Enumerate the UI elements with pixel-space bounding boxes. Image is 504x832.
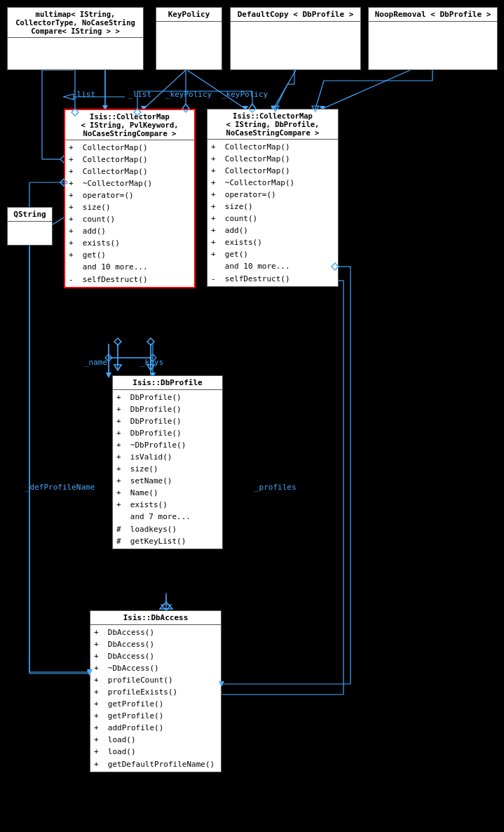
dbprofile-box: Isis::DbProfile + DbProfile() + DbProfil… [112, 375, 223, 549]
dbaccess-box: Isis::DbAccess + DbAccess() + DbAccess()… [90, 610, 222, 772]
qstring-body [8, 222, 52, 224]
noopremoval-body [369, 22, 497, 25]
defaultcopy-title: DefaultCopy < DbProfile > [231, 8, 360, 22]
collectormap1-body: + CollectorMap() + CollectorMap() + Coll… [65, 140, 194, 287]
defaultcopy-body [231, 22, 360, 25]
svg-line-57 [315, 81, 324, 109]
keypolicy-body [156, 22, 222, 25]
dbprofile-body: + DbProfile() + DbProfile() + DbProfile(… [113, 390, 222, 549]
dbaccess-title: Isis::DbAccess [90, 611, 221, 625]
multimap-box: multimap< IString, CollectorType, NoCase… [7, 7, 144, 70]
label-list1: _list [72, 90, 95, 99]
svg-marker-64 [114, 338, 121, 345]
label-keypolicy1: _keyPolicy [165, 90, 212, 99]
svg-line-9 [322, 70, 410, 109]
cm1-row4: + ~CollectorMap() [69, 177, 191, 189]
cm1-row6: + size() [69, 201, 191, 213]
cm1-row9: + exists() [69, 237, 191, 249]
svg-marker-63 [114, 365, 121, 370]
dba-row5: + profileCount() [94, 674, 217, 686]
cm1-row3: + CollectorMap() [69, 166, 191, 177]
noopremoval-box: NoopRemoval < DbProfile > [368, 7, 498, 70]
dba-row11: + load() [94, 746, 217, 758]
dbp-row4: + DbProfile() [116, 427, 219, 439]
dba-row10: + load() [94, 734, 217, 746]
dbp-row7: + size() [116, 463, 219, 475]
label-keypolicy2: _keyPolicy [222, 90, 268, 99]
cm1-row8: + add() [69, 225, 191, 237]
qstring-box: QString [7, 207, 53, 246]
svg-marker-71 [160, 602, 172, 609]
dbp-row1: + DbProfile() [116, 391, 219, 403]
collectormap2-box: Isis::CollectorMap < IString, DbProfile,… [207, 109, 339, 287]
dbprofile-title: Isis::DbProfile [113, 376, 222, 390]
diagram-container: multimap< IString, CollectorType, NoCase… [0, 0, 504, 832]
dbaccess-body: + DbAccess() + DbAccess() + DbAccess() +… [90, 625, 221, 772]
dbp-row5: + ~DbProfile() [116, 439, 219, 451]
svg-line-53 [275, 84, 287, 109]
dba-row7: + getProfile() [94, 698, 217, 710]
dbp-row6: + isValid() [116, 451, 219, 463]
cm2-row11: and 10 more... [211, 260, 334, 272]
cm2-row8: + add() [211, 224, 334, 236]
cm1-row5: + operator=() [69, 189, 191, 201]
dba-row12: + getDefaultProfileName() [94, 758, 217, 770]
defaultcopy-box: DefaultCopy < DbProfile > [230, 7, 361, 70]
cm1-row12: - selfDestruct() [69, 274, 191, 286]
dbp-row9: + Name() [116, 487, 219, 499]
dba-row1: + DbAccess() [94, 626, 217, 638]
cm1-row7: + count() [69, 213, 191, 225]
dba-row9: + addProfile() [94, 722, 217, 734]
cm2-row10: + get() [211, 248, 334, 260]
dbp-row12: # loadkeys() [116, 523, 219, 535]
multimap-title: multimap< IString, CollectorType, NoCase… [8, 8, 143, 38]
multimap-body [8, 38, 143, 41]
label-defprofilename: _defProfileName [25, 483, 95, 492]
dbp-row3: + DbProfile() [116, 415, 219, 427]
label-list2: _list [128, 90, 151, 99]
dba-row3: + DbAccess() [94, 650, 217, 662]
dba-row4: + ~DbAccess() [94, 662, 217, 674]
collectormap1-title: Isis::CollectorMap < IString, PvlKeyword… [65, 110, 194, 140]
keypolicy-title: KeyPolicy [156, 8, 222, 22]
svg-marker-23 [161, 605, 171, 610]
cm1-row1: + CollectorMap() [69, 142, 191, 154]
collectormap2-body: + CollectorMap() + CollectorMap() + Coll… [207, 140, 338, 286]
keypolicy-box: KeyPolicy [156, 7, 222, 70]
cm2-row5: + operator=() [211, 189, 334, 201]
svg-line-7 [273, 70, 296, 109]
dbp-row11: and 7 more... [116, 511, 219, 523]
cm2-row4: + ~CollectorMap() [211, 177, 334, 189]
cm2-row12: - selfDestruct() [211, 273, 334, 285]
dbp-row13: # getKeyList() [116, 535, 219, 547]
cm1-row11: and 10 more... [69, 261, 191, 273]
dba-row6: + profileExists() [94, 686, 217, 698]
cm2-row6: + size() [211, 201, 334, 213]
cm1-row2: + CollectorMap() [69, 154, 191, 166]
qstring-title: QString [8, 208, 52, 222]
dba-row2: + DbAccess() [94, 638, 217, 650]
dba-row8: + getProfile() [94, 710, 217, 722]
dbp-row2: + DbProfile() [116, 403, 219, 415]
cm2-row3: + CollectorMap() [211, 165, 334, 177]
dbp-row8: + setName() [116, 475, 219, 487]
svg-marker-68 [147, 338, 154, 345]
dbp-row10: + exists() [116, 499, 219, 511]
label-keys: _keys [140, 358, 163, 367]
svg-line-11 [53, 217, 64, 224]
cm2-row2: + CollectorMap() [211, 153, 334, 165]
collectormap1-box: Isis::CollectorMap < IString, PvlKeyword… [64, 109, 196, 288]
cm2-row7: + count() [211, 213, 334, 224]
collectormap2-title: Isis::CollectorMap < IString, DbProfile,… [207, 109, 338, 140]
noopremoval-title: NoopRemoval < DbProfile > [369, 8, 497, 22]
svg-marker-16 [106, 373, 111, 378]
label-profiles: _profiles [254, 483, 297, 492]
label-name: _name [84, 358, 107, 367]
cm2-row1: + CollectorMap() [211, 141, 334, 153]
cm2-row9: + exists() [211, 236, 334, 248]
cm1-row10: + get() [69, 249, 191, 261]
